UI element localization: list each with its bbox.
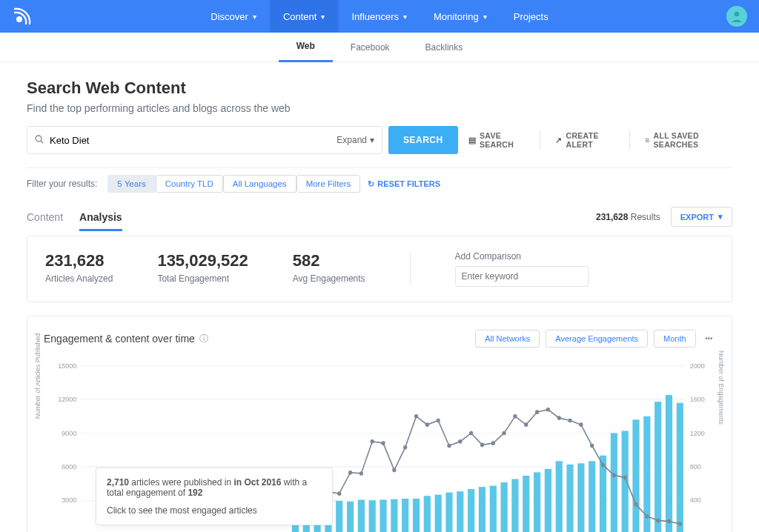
svg-rect-47 xyxy=(566,465,573,532)
nav-item-discover[interactable]: Discover▾ xyxy=(197,0,270,33)
logo-icon[interactable] xyxy=(12,6,33,27)
svg-rect-33 xyxy=(413,499,420,532)
svg-rect-40 xyxy=(490,486,497,532)
svg-text:800: 800 xyxy=(690,462,701,471)
svg-point-76 xyxy=(491,441,495,445)
svg-rect-56 xyxy=(666,395,672,532)
chart-tooltip[interactable]: 2,710 articles were published in in Oct … xyxy=(96,468,333,525)
search-button[interactable]: SEARCH xyxy=(388,126,458,154)
svg-point-88 xyxy=(623,476,627,480)
create-alert-button[interactable]: ↗CREATE ALERT xyxy=(551,131,619,149)
nav-item-projects[interactable]: Projects xyxy=(500,0,562,33)
chart-filter-period[interactable]: Month xyxy=(654,330,696,348)
svg-point-85 xyxy=(590,444,594,448)
svg-rect-53 xyxy=(632,419,639,532)
avatar[interactable] xyxy=(726,6,747,27)
svg-point-64 xyxy=(359,471,363,476)
subnav-facebook[interactable]: Facebook xyxy=(333,33,408,62)
tab-content[interactable]: Content xyxy=(27,211,63,229)
sub-nav: WebFacebookBacklinks xyxy=(0,33,759,62)
chevron-down-icon: ▾ xyxy=(483,13,487,21)
svg-point-72 xyxy=(447,444,451,448)
subnav-web[interactable]: Web xyxy=(279,33,333,62)
filter-chip[interactable]: 5 Years xyxy=(107,175,155,193)
svg-text:0: 0 xyxy=(690,530,694,532)
all-saved-searches-button[interactable]: ≡ALL SAVED SEARCHES xyxy=(640,131,732,149)
svg-line-3 xyxy=(41,141,43,143)
svg-point-2 xyxy=(36,136,42,142)
svg-rect-39 xyxy=(479,487,485,532)
svg-rect-46 xyxy=(556,461,563,532)
svg-point-86 xyxy=(601,463,605,468)
info-icon[interactable]: ⓘ xyxy=(199,333,208,345)
chart-card: Engagement & content over time ⓘ All Net… xyxy=(27,316,732,532)
svg-text:2000: 2000 xyxy=(690,362,705,370)
save-icon: ▤ xyxy=(468,136,476,144)
chart-area[interactable]: Number of Articles Published Number of E… xyxy=(44,358,715,532)
svg-rect-27 xyxy=(347,502,354,532)
svg-point-79 xyxy=(524,422,528,427)
chevron-down-icon: ▾ xyxy=(403,13,407,21)
subnav-backlinks[interactable]: Backlinks xyxy=(408,33,481,62)
chart-more-menu[interactable]: ··· xyxy=(702,332,715,345)
svg-rect-26 xyxy=(336,501,342,532)
chevron-down-icon: ▾ xyxy=(253,13,256,21)
expand-button[interactable]: Expand▾ xyxy=(337,135,374,145)
svg-text:15000: 15000 xyxy=(58,362,76,370)
alert-icon: ↗ xyxy=(555,136,562,144)
svg-point-89 xyxy=(634,502,637,507)
svg-point-78 xyxy=(513,414,517,419)
svg-point-62 xyxy=(337,491,341,496)
chart-filter-metric[interactable]: Average Engagements xyxy=(546,330,648,348)
chart-title: Engagement & content over time xyxy=(44,333,195,345)
filter-chip[interactable]: More Filters xyxy=(296,175,361,193)
svg-text:9000: 9000 xyxy=(62,428,76,436)
filter-chip[interactable]: Country TLD xyxy=(156,175,223,193)
svg-text:0: 0 xyxy=(73,530,76,532)
svg-point-83 xyxy=(568,419,571,423)
nav-item-monitoring[interactable]: Monitoring▾ xyxy=(420,0,500,33)
nav-item-influencers[interactable]: Influencers▾ xyxy=(338,0,420,33)
comparison-input[interactable] xyxy=(455,266,589,287)
svg-text:1600: 1600 xyxy=(690,395,705,403)
svg-point-93 xyxy=(678,522,682,526)
svg-point-92 xyxy=(667,519,671,524)
refresh-icon: ↻ xyxy=(368,179,374,189)
svg-point-0 xyxy=(16,16,22,22)
chart-filter-networks[interactable]: All Networks xyxy=(475,330,540,348)
svg-point-1 xyxy=(735,12,739,16)
svg-text:3000: 3000 xyxy=(62,496,76,504)
tab-analysis[interactable]: Analysis xyxy=(79,211,122,231)
svg-point-82 xyxy=(557,416,561,420)
svg-point-65 xyxy=(371,439,374,444)
svg-point-91 xyxy=(656,519,660,523)
nav-item-content[interactable]: Content▾ xyxy=(270,0,339,33)
svg-rect-41 xyxy=(501,482,508,532)
svg-rect-48 xyxy=(577,463,584,532)
svg-point-77 xyxy=(502,431,506,436)
export-button[interactable]: EXPORT▾ xyxy=(671,207,732,227)
svg-rect-43 xyxy=(523,476,529,532)
svg-rect-36 xyxy=(445,493,452,532)
svg-point-70 xyxy=(425,422,429,427)
search-input[interactable] xyxy=(50,135,337,146)
page-subtitle: Find the top performing articles and blo… xyxy=(27,102,732,114)
svg-point-87 xyxy=(612,473,616,477)
svg-point-90 xyxy=(645,514,649,519)
svg-rect-44 xyxy=(534,472,540,532)
svg-rect-55 xyxy=(654,402,661,532)
svg-point-84 xyxy=(579,422,583,427)
stats-card: 231,628 Articles Analyzed 135,029,522 To… xyxy=(27,236,732,302)
stat-avg-engagements: 582 Avg Engagements xyxy=(293,251,365,284)
svg-point-71 xyxy=(437,419,440,423)
search-box: Expand▾ xyxy=(27,126,382,154)
stat-total-engagement: 135,029,522 Total Engagement xyxy=(157,251,248,284)
reset-filters-button[interactable]: ↻RESET FILTERS xyxy=(368,179,440,189)
results-count: 231,628 Results xyxy=(596,212,660,222)
page-title: Search Web Content xyxy=(27,79,732,98)
save-search-button[interactable]: ▤SAVE SEARCH xyxy=(464,131,530,149)
svg-rect-51 xyxy=(611,433,617,532)
svg-point-69 xyxy=(414,414,418,419)
filter-chip[interactable]: All Languages xyxy=(223,175,296,193)
svg-point-75 xyxy=(480,443,484,448)
